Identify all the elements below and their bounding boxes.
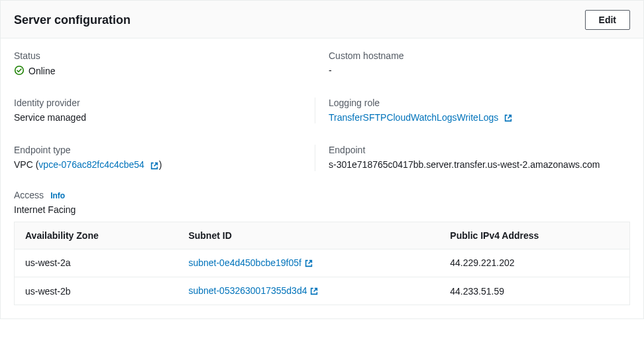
panel-body: Status Online Custom hostname - [1,38,643,318]
subnet-table: Availability Zone Subnet ID Public IPv4 … [14,222,630,306]
cell-az: us-west-2b [15,277,178,305]
field-status: Status Online [14,50,315,76]
panel-header: Server configuration Edit [1,1,643,38]
table-row: us-west-2bsubnet-0532630017355d3d444.233… [15,277,630,305]
field-value-status: Online [14,65,315,76]
table-row: us-west-2asubnet-0e4d450bcbe19f05f44.229… [15,249,630,277]
external-link-icon [309,286,319,297]
col-az: Availability Zone [15,222,178,249]
field-value-identity-provider: Service managed [14,112,301,123]
cell-subnet: subnet-0e4d450bcbe19f05f [178,249,439,277]
field-endpoint: Endpoint s-301e718765c0417bb.server.tran… [329,145,630,171]
cell-ip: 44.233.51.59 [439,277,629,305]
cell-subnet: subnet-0532630017355d3d4 [178,277,439,305]
vpce-link[interactable]: vpce-076ac82fc4c4cbe54 [38,159,158,170]
field-custom-hostname: Custom hostname - [329,50,630,76]
check-circle-icon [14,65,25,76]
logging-role-link-text: TransferSFTPCloudWatchLogsWriteLogs [329,112,498,123]
field-label-status: Status [14,50,315,61]
access-label: Access [14,190,44,200]
field-label-identity-provider: Identity provider [14,98,301,108]
info-link[interactable]: Info [50,191,65,200]
status-text: Online [28,66,55,76]
server-config-panel: Server configuration Edit Status Online [0,0,644,319]
logging-role-link[interactable]: TransferSFTPCloudWatchLogsWriteLogs [329,112,513,123]
field-value-endpoint-type: VPC (vpce-076ac82fc4c4cbe54 ) [14,159,301,171]
subnet-link-text: subnet-0532630017355d3d4 [188,285,307,296]
col-subnet: Subnet ID [178,222,439,249]
cell-ip: 44.229.221.202 [439,249,629,277]
endpoint-type-prefix: VPC ( [14,159,38,170]
field-identity-provider: Identity provider Service managed [14,98,315,123]
external-link-icon [304,258,313,269]
access-value: Internet Facing [14,204,630,215]
field-label-endpoint: Endpoint [329,145,630,155]
table-header-row: Availability Zone Subnet ID Public IPv4 … [15,222,630,249]
subnet-link-text: subnet-0e4d450bcbe19f05f [188,257,301,268]
subnet-link[interactable]: subnet-0e4d450bcbe19f05f [188,257,313,268]
field-value-custom-hostname: - [329,65,630,76]
field-label-custom-hostname: Custom hostname [329,50,630,61]
field-label-logging-role: Logging role [329,98,630,108]
field-value-endpoint: s-301e718765c0417bb.server.transfer.us-w… [329,159,630,170]
panel-title: Server configuration [14,13,131,27]
field-value-logging-role: TransferSFTPCloudWatchLogsWriteLogs [329,112,630,123]
edit-button[interactable]: Edit [585,10,630,30]
access-section: Access Info Internet Facing Availability… [14,190,630,306]
external-link-icon [150,161,159,171]
vpce-link-text: vpce-076ac82fc4c4cbe54 [38,159,144,170]
access-header: Access Info [14,190,630,200]
external-link-icon [504,113,513,123]
field-endpoint-type: Endpoint type VPC (vpce-076ac82fc4c4cbe5… [14,145,315,171]
cell-az: us-west-2a [15,249,178,277]
subnet-link[interactable]: subnet-0532630017355d3d4 [188,285,319,296]
field-logging-role: Logging role TransferSFTPCloudWatchLogsW… [329,98,630,123]
fields-grid: Status Online Custom hostname - [14,50,630,171]
col-ip: Public IPv4 Address [439,222,629,249]
endpoint-type-suffix: ) [159,159,162,170]
field-label-endpoint-type: Endpoint type [14,145,301,155]
